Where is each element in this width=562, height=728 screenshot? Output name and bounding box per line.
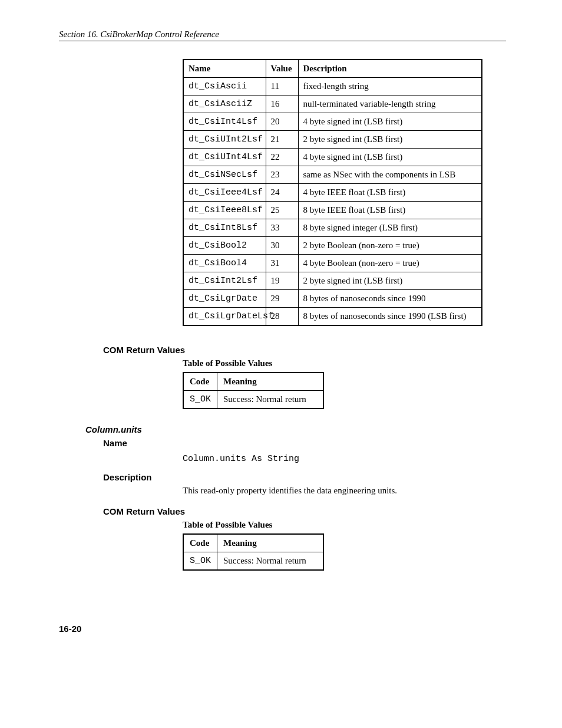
cell-name: dt_CsiUInt4Lsf — [183, 149, 266, 166]
col-header-description: Description — [298, 60, 482, 78]
cell-name: dt_CsiIeee8Lsf — [183, 202, 266, 219]
cell-name: dt_CsiIeee4Lsf — [183, 184, 266, 202]
return-values-table-2: Code Meaning S_OK Success: Normal return — [183, 533, 324, 571]
name-heading: Name — [103, 438, 506, 448]
table-row: dt_CsiIeee8Lsf 25 8 byte IEEE float (LSB… — [183, 202, 482, 219]
cell-desc: 4 byte IEEE float (LSB first) — [298, 184, 482, 202]
cell-desc: 2 byte Boolean (non-zero = true) — [298, 237, 482, 255]
cell-desc: 2 byte signed int (LSB first) — [298, 131, 482, 149]
column-units-heading: Column.units — [85, 424, 506, 434]
cell-code: S_OK — [183, 391, 217, 409]
table-possible-values-subhead-1: Table of Possible Values — [183, 358, 506, 368]
return-values-table-1: Code Meaning S_OK Success: Normal return — [183, 372, 324, 409]
table-row: dt_CsiLgrDateLsf 28 8 bytes of nanosecon… — [183, 308, 482, 326]
return-values-table-wrap-2: Code Meaning S_OK Success: Normal return — [183, 533, 506, 571]
cell-value: 25 — [266, 202, 298, 219]
data-type-table-wrap: Name Value Description dt_CsiAscii 11 fi… — [183, 59, 482, 326]
cell-desc: 8 byte signed integer (LSB first) — [298, 219, 482, 237]
data-type-table: Name Value Description dt_CsiAscii 11 fi… — [183, 59, 482, 326]
table-header-row: Name Value Description — [183, 60, 482, 78]
cell-name: dt_CsiNSecLsf — [183, 166, 266, 184]
table-row: dt_CsiAsciiZ 16 null-terminated variable… — [183, 95, 482, 113]
table-row: dt_CsiAscii 11 fixed-length string — [183, 78, 482, 95]
cell-desc: null-terminated variable-length string — [298, 95, 482, 113]
running-head: Section 16. CsiBrokerMap Control Referen… — [59, 29, 506, 41]
table-possible-values-subhead-2: Table of Possible Values — [183, 520, 506, 530]
table-row: dt_CsiLgrDate 29 8 bytes of nanoseconds … — [183, 290, 482, 308]
table-row: dt_CsiBool4 31 4 byte Boolean (non-zero … — [183, 255, 482, 272]
cell-value: 19 — [266, 272, 298, 290]
cell-value: 20 — [266, 113, 298, 131]
cell-name: dt_CsiInt2Lsf — [183, 272, 266, 290]
table-row: S_OK Success: Normal return — [183, 552, 323, 571]
cell-desc: same as NSec with the components in LSB — [298, 166, 482, 184]
cell-meaning: Success: Normal return — [217, 391, 323, 409]
com-return-values-heading-1: COM Return Values — [103, 345, 506, 355]
cell-value: 31 — [266, 255, 298, 272]
cell-desc: 4 byte Boolean (non-zero = true) — [298, 255, 482, 272]
cell-value: 29 — [266, 290, 298, 308]
cell-desc: 4 byte signed int (LSB first) — [298, 149, 482, 166]
table-row: dt_CsiInt4Lsf 20 4 byte signed int (LSB … — [183, 113, 482, 131]
cell-name: dt_CsiBool2 — [183, 237, 266, 255]
col-header-meaning: Meaning — [217, 534, 323, 552]
signature: Column.units As String — [183, 454, 506, 464]
table-row: dt_CsiInt2Lsf 19 2 byte signed int (LSB … — [183, 272, 482, 290]
com-return-values-heading-2: COM Return Values — [103, 506, 506, 516]
col-header-code: Code — [183, 373, 217, 391]
table-row: S_OK Success: Normal return — [183, 391, 323, 409]
col-header-meaning: Meaning — [217, 373, 323, 391]
cell-desc: 2 byte signed int (LSB first) — [298, 272, 482, 290]
cell-code: S_OK — [183, 552, 217, 571]
table-row: dt_CsiBool2 30 2 byte Boolean (non-zero … — [183, 237, 482, 255]
table-row: dt_CsiIeee4Lsf 24 4 byte IEEE float (LSB… — [183, 184, 482, 202]
cell-desc: 8 byte IEEE float (LSB first) — [298, 202, 482, 219]
page-number: 16-20 — [59, 624, 506, 634]
cell-name: dt_CsiAsciiZ — [183, 95, 266, 113]
table-header-row: Code Meaning — [183, 534, 323, 552]
cell-name: dt_CsiLgrDate — [183, 290, 266, 308]
page: Section 16. CsiBrokerMap Control Referen… — [0, 0, 562, 669]
cell-meaning: Success: Normal return — [217, 552, 323, 571]
cell-desc: fixed-length string — [298, 78, 482, 95]
table-row: dt_CsiUInt4Lsf 22 4 byte signed int (LSB… — [183, 149, 482, 166]
cell-desc: 4 byte signed int (LSB first) — [298, 113, 482, 131]
cell-value: 23 — [266, 166, 298, 184]
cell-name: dt_CsiLgrDateLsf — [183, 308, 266, 326]
description-heading: Description — [103, 472, 506, 482]
cell-name: dt_CsiInt8Lsf — [183, 219, 266, 237]
cell-value: 28 — [266, 308, 298, 326]
cell-value: 11 — [266, 78, 298, 95]
table-header-row: Code Meaning — [183, 373, 323, 391]
cell-value: 24 — [266, 184, 298, 202]
cell-value: 21 — [266, 131, 298, 149]
cell-desc: 8 bytes of nanoseconds since 1990 (LSB f… — [298, 308, 482, 326]
description-text: This read-only property identifies the d… — [183, 486, 506, 496]
col-header-value: Value — [266, 60, 298, 78]
cell-desc: 8 bytes of nanoseconds since 1990 — [298, 290, 482, 308]
cell-value: 16 — [266, 95, 298, 113]
table-row: dt_CsiNSecLsf 23 same as NSec with the c… — [183, 166, 482, 184]
cell-name: dt_CsiBool4 — [183, 255, 266, 272]
cell-name: dt_CsiInt4Lsf — [183, 113, 266, 131]
cell-name: dt_CsiUInt2Lsf — [183, 131, 266, 149]
cell-value: 33 — [266, 219, 298, 237]
cell-value: 22 — [266, 149, 298, 166]
col-header-code: Code — [183, 534, 217, 552]
col-header-name: Name — [183, 60, 266, 78]
return-values-table-wrap-1: Code Meaning S_OK Success: Normal return — [183, 372, 506, 409]
cell-value: 30 — [266, 237, 298, 255]
table-row: dt_CsiUInt2Lsf 21 2 byte signed int (LSB… — [183, 131, 482, 149]
cell-name: dt_CsiAscii — [183, 78, 266, 95]
table-row: dt_CsiInt8Lsf 33 8 byte signed integer (… — [183, 219, 482, 237]
